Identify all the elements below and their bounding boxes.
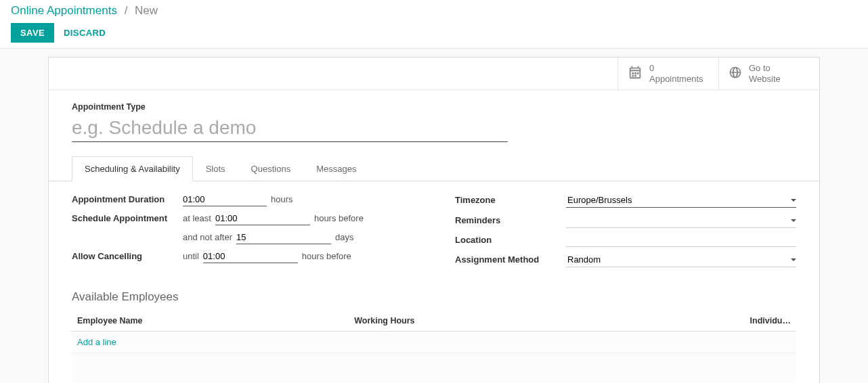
appointment-type-input[interactable] <box>72 114 508 142</box>
assignment-select[interactable] <box>566 252 796 267</box>
timezone-select[interactable] <box>566 193 796 208</box>
row-assignment: Assignment Method <box>455 252 796 267</box>
stat-button-box: 0 Appointments Go to Website <box>49 58 819 90</box>
stat-appointments-text: 0 Appointments <box>649 63 703 84</box>
cancel-unit: hours before <box>302 251 351 261</box>
action-buttons: SAVE DISCARD <box>11 23 857 43</box>
duration-label: Appointment Duration <box>72 194 173 204</box>
schedule-label: Schedule Appointment <box>72 213 173 223</box>
calendar-icon <box>628 65 643 82</box>
row-duration: Appointment Duration hours <box>72 193 412 206</box>
form-tabs: Scheduling & Availability Slots Question… <box>49 156 819 181</box>
col-working-hours[interactable]: Working Hours <box>349 311 608 332</box>
schedule-atleast-input[interactable] <box>215 212 310 225</box>
timezone-value[interactable] <box>566 194 791 206</box>
row-reminders: Reminders <box>455 213 796 228</box>
available-employees-heading: Available Employees <box>72 290 796 304</box>
schedule-notafter-prefix: and not after <box>183 232 232 242</box>
location-label: Location <box>455 235 557 245</box>
breadcrumb: Online Appointments / New <box>11 4 857 18</box>
row-location: Location <box>455 233 796 247</box>
row-schedule: Schedule Appointment at least hours befo… <box>72 212 412 225</box>
assignment-value[interactable] <box>566 254 791 265</box>
stat-website-line2: Website <box>749 74 781 85</box>
row-timezone: Timezone <box>455 193 796 208</box>
add-line-link[interactable]: Add a line <box>77 337 116 347</box>
schedule-atleast-unit: hours before <box>314 213 364 223</box>
table-spacer <box>72 353 796 383</box>
form-view: 0 Appointments Go to Website Appointment… <box>0 49 868 383</box>
globe-icon <box>729 66 742 81</box>
tab-slots[interactable]: Slots <box>193 156 238 181</box>
duration-unit: hours <box>271 194 293 204</box>
reminders-label: Reminders <box>455 215 557 225</box>
reminders-value[interactable] <box>566 215 791 226</box>
location-input[interactable] <box>566 233 796 247</box>
row-schedule-notafter: and not after days <box>72 231 412 244</box>
schedule-notafter-input[interactable] <box>236 231 331 244</box>
appointment-type-label: Appointment Type <box>72 102 796 112</box>
schedule-atleast-prefix: at least <box>183 213 211 223</box>
tab-messages[interactable]: Messages <box>303 156 369 181</box>
stat-website-button[interactable]: Go to Website <box>718 58 819 89</box>
breadcrumb-current: New <box>135 4 158 17</box>
col-individual[interactable]: Individu… <box>608 311 796 332</box>
stat-appointments-label: Appointments <box>649 74 703 85</box>
chevron-down-icon <box>791 258 796 261</box>
breadcrumb-separator: / <box>121 4 132 17</box>
appointment-type-field: Appointment Type <box>72 102 796 142</box>
tab-scheduling[interactable]: Scheduling & Availability <box>72 156 193 181</box>
sheet-body: Appointment Type Scheduling & Availabili… <box>49 90 819 383</box>
stat-appointments-button[interactable]: 0 Appointments <box>617 58 718 89</box>
reminders-select[interactable] <box>566 213 796 228</box>
chevron-down-icon <box>791 219 796 222</box>
table-row: Add a line <box>72 332 796 353</box>
save-button[interactable]: SAVE <box>11 23 54 43</box>
col-employee-name[interactable]: Employee Name <box>72 311 349 332</box>
cancel-label: Allow Cancelling <box>72 251 173 261</box>
discard-button[interactable]: DISCARD <box>62 23 107 43</box>
right-column: Timezone Reminders <box>455 193 796 273</box>
scheduling-page: Appointment Duration hours Schedule Appo… <box>72 193 796 273</box>
stat-website-line1: Go to <box>749 63 781 74</box>
cancel-prefix: until <box>183 251 199 261</box>
row-cancel: Allow Cancelling until hours before <box>72 250 412 263</box>
control-panel: Online Appointments / New SAVE DISCARD <box>0 0 868 49</box>
chevron-down-icon <box>791 199 796 202</box>
duration-input[interactable] <box>183 193 267 206</box>
stat-website-text: Go to Website <box>749 63 781 84</box>
employees-table: Employee Name Working Hours Individu… Ad… <box>72 311 796 383</box>
breadcrumb-root-link[interactable]: Online Appointments <box>11 4 117 17</box>
stat-appointments-count: 0 <box>649 63 703 74</box>
assignment-label: Assignment Method <box>455 254 557 265</box>
left-column: Appointment Duration hours Schedule Appo… <box>72 193 412 273</box>
cancel-input[interactable] <box>203 250 298 263</box>
form-sheet: 0 Appointments Go to Website Appointment… <box>48 57 820 383</box>
tab-questions[interactable]: Questions <box>238 156 304 181</box>
schedule-notafter-unit: days <box>335 232 353 242</box>
timezone-label: Timezone <box>455 195 557 205</box>
